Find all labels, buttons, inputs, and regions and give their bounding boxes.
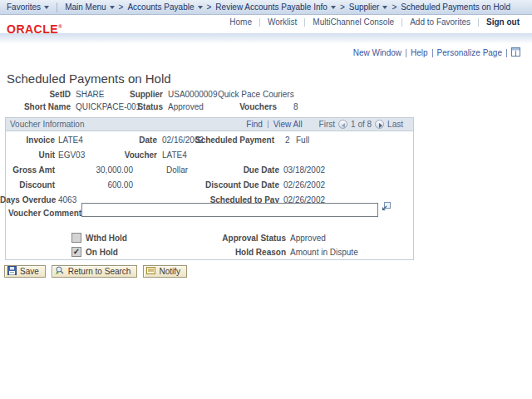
breadcrumb-review-ap-info[interactable]: Review Accounts Payable Info: [215, 2, 336, 12]
discount-due-date-value: 02/26/2002: [283, 180, 325, 190]
home-link[interactable]: Home: [222, 17, 259, 27]
breadcrumb-divider: [57, 2, 57, 12]
chevron-down-icon: [110, 6, 115, 9]
groupbox-title: Voucher Information: [10, 120, 85, 129]
setid-label: SetID: [0, 90, 71, 99]
date-label: Date: [83, 135, 157, 145]
chevron-down-icon: [198, 6, 203, 9]
breadcrumb-current-page: Scheduled Payments on Hold: [401, 2, 510, 12]
supplier-id-value: USA0000009: [168, 90, 218, 99]
notify-label: Notify: [159, 267, 180, 276]
personalize-layout-icon[interactable]: [511, 47, 520, 58]
supplier-name-value: Quick Pace Couriers: [218, 90, 294, 99]
wthd-hold-checkbox[interactable]: [71, 233, 81, 243]
short-name-label: Short Name: [0, 102, 71, 111]
notify-icon: [146, 266, 155, 277]
link-divider: [406, 49, 406, 57]
multichannel-console-link[interactable]: MultiChannel Console: [305, 17, 401, 27]
gross-amt-label: Gross Amt: [0, 165, 55, 175]
help-link[interactable]: Help: [411, 48, 428, 57]
breadcrumb-separator: >: [392, 2, 397, 12]
find-link[interactable]: Find: [246, 120, 262, 129]
save-label: Save: [20, 267, 39, 276]
row-position-text: 1 of 8: [351, 120, 372, 129]
supplier-label: Supplier: [83, 90, 163, 99]
breadcrumb-label: Scheduled Payments on Hold: [401, 2, 510, 12]
favorites-menu[interactable]: Favorites: [7, 2, 49, 12]
breadcrumb-label: Main Menu: [65, 2, 106, 12]
voucher-comments-label: Voucher Comments:: [8, 209, 89, 218]
approval-status-label: Approval Status: [198, 234, 286, 243]
header-gradient-band: [0, 33, 532, 44]
previous-row-icon[interactable]: [338, 120, 347, 129]
new-window-link[interactable]: New Window: [353, 48, 401, 57]
days-overdue-label: Days Overdue: [0, 195, 55, 204]
currency-value: Dollar: [166, 165, 188, 175]
unit-label: Unit: [0, 150, 55, 160]
save-button[interactable]: Save: [4, 265, 46, 278]
breadcrumb-label: Supplier: [349, 2, 380, 12]
voucher-comments-input[interactable]: [81, 203, 378, 217]
breadcrumb-main-menu[interactable]: Main Menu: [65, 2, 114, 12]
expand-comments-icon[interactable]: [381, 201, 392, 214]
vouchers-value: 8: [293, 102, 298, 111]
breadcrumb-separator: >: [119, 2, 124, 12]
breadcrumb-separator: >: [207, 2, 212, 12]
chevron-down-icon: [382, 6, 387, 9]
utility-nav: Home Worklist MultiChannel Console Add t…: [222, 17, 527, 27]
link-divider: [268, 121, 268, 128]
page-links: New Window Help Personalize Page: [353, 47, 520, 58]
notify-button[interactable]: Notify: [143, 265, 187, 278]
on-hold-label: On Hold: [86, 248, 118, 257]
personalize-page-link[interactable]: Personalize Page: [437, 48, 502, 57]
breadcrumb-accounts-payable[interactable]: Accounts Payable: [127, 2, 202, 12]
view-all-link[interactable]: View All: [273, 120, 303, 129]
discount-due-date-label: Discount Due Date: [188, 180, 279, 190]
last-link[interactable]: Last: [387, 120, 403, 129]
favorites-label: Favorites: [7, 2, 41, 12]
return-to-search-icon: [55, 266, 65, 277]
approval-status-value: Approved: [290, 234, 326, 243]
scheduled-payment-value: 2: [285, 135, 290, 145]
scheduled-payment-type: Full: [296, 135, 309, 145]
due-date-label: Due Date: [188, 165, 279, 175]
vouchers-label: Vouchers: [200, 102, 277, 111]
chevron-down-icon: [331, 6, 336, 9]
chevron-down-icon: [44, 6, 49, 9]
sign-out-link[interactable]: Sign out: [479, 17, 527, 27]
breadcrumb-label: Review Accounts Payable Info: [215, 2, 328, 12]
wthd-hold-label: Wthd Hold: [86, 234, 127, 243]
on-hold-checkbox[interactable]: ✓: [71, 247, 81, 257]
invoice-label: Invoice: [0, 135, 55, 145]
page-toolbar: Save Return to Search Notify: [4, 265, 187, 278]
gross-amt-value: 30,000.00: [66, 165, 133, 175]
status-label: Status: [83, 102, 163, 111]
discount-label: Discount: [0, 180, 55, 190]
scheduled-payment-label: Scheduled Payment: [183, 135, 274, 145]
discount-value: 600.00: [66, 180, 133, 190]
voucher-label: Voucher: [83, 150, 157, 160]
groupbox-header: Voucher Information Find View All First …: [6, 118, 413, 131]
invoice-value: LATE4: [58, 135, 83, 145]
next-row-icon[interactable]: [375, 120, 384, 129]
days-overdue-value: 4063: [58, 195, 76, 204]
add-to-favorites-link[interactable]: Add to Favorites: [402, 17, 478, 27]
page-title: Scheduled Payments on Hold: [7, 71, 171, 86]
link-divider: [432, 49, 433, 57]
peoplesoft-window: Favorites Main Menu > Accounts Payable >…: [0, 0, 532, 399]
groupbox-nav: Find View All First 1 of 8 Last: [246, 120, 403, 129]
return-to-search-button[interactable]: Return to Search: [52, 265, 138, 278]
worklist-link[interactable]: Worklist: [260, 17, 304, 27]
save-icon: [7, 266, 17, 277]
breadcrumb: Favorites Main Menu > Accounts Payable >…: [0, 0, 532, 15]
unit-value: EGV03: [58, 150, 85, 160]
status-value: Approved: [168, 102, 204, 111]
breadcrumb-separator: >: [340, 2, 345, 12]
breadcrumb-supplier[interactable]: Supplier: [349, 2, 388, 12]
breadcrumb-label: Accounts Payable: [127, 2, 194, 12]
first-link[interactable]: First: [319, 120, 335, 129]
voucher-value: LATE4: [162, 150, 187, 160]
hold-reason-value: Amount in Dispute: [290, 248, 358, 257]
return-to-search-label: Return to Search: [68, 267, 131, 276]
due-date-value: 03/18/2002: [283, 165, 325, 175]
